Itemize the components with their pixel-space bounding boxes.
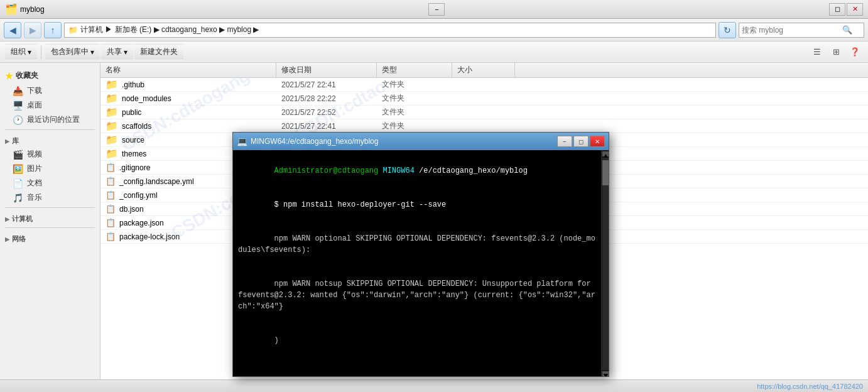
term-cmd: $ npm install hexo-deployer-git --save [274,200,447,209]
file-label: public [122,108,141,117]
up-button[interactable]: ↑ [44,22,62,38]
star-icon: ★ [5,71,13,81]
computer-label: 计算机 [12,214,33,224]
term-warn1: npm WARN optional SKIPPING OPTIONAL DEPE… [238,234,595,254]
terminal-restore-button[interactable]: ◻ [573,136,589,147]
sidebar-item-recent[interactable]: 🕐 最近访问的位置 [0,112,100,127]
file-label: _config.landscape.yml [119,177,194,186]
file-icon: 📋 [106,163,116,172]
new-folder-label: 新建文件夹 [140,46,178,57]
file-label: package-lock.json [119,232,180,241]
file-row[interactable]: 📁 node_modules 2021/5/28 22:22 文件夹 [100,92,868,106]
scrollbar-down[interactable]: ▼ [602,371,609,376]
term-line-5: ) [238,324,596,357]
file-row[interactable]: 📁 scaffolds 2021/5/27 22:41 文件夹 [100,119,868,133]
address-bar: ◀ ▶ ↑ 📁 计算机 ▶ 新加卷 (E:) ▶ cdtaogang_hexo … [0,19,868,41]
pictures-label: 图片 [27,163,42,174]
view-toggle-button[interactable]: ☰ [809,45,825,59]
sidebar: ★ 收藏夹 📥 下载 🖥️ 桌面 🕐 最近访问的位置 ▶ 库 � [0,63,100,379]
close-button[interactable]: ✕ [847,3,863,16]
share-label: 共享 [107,46,122,57]
add-library-arrow: ▾ [90,48,94,57]
sidebar-item-desktop[interactable]: 🖥️ 桌面 [0,98,100,112]
file-date: 2021/5/28 22:22 [276,92,377,105]
computer-header[interactable]: ▶ 计算机 [0,210,100,225]
share-button[interactable]: 共享 ▾ [101,44,133,60]
header-type[interactable]: 类型 [377,63,452,77]
network-label: 网络 [12,234,26,244]
term-dir: /e/cdtaogang_hexo/myblog [415,166,528,175]
file-size [452,92,515,105]
header-date[interactable]: 修改日期 [276,63,377,77]
file-name-public: 📁 public [100,106,276,119]
add-library-label: 包含到库中 [51,46,89,57]
documents-label: 文档 [27,178,42,188]
network-header[interactable]: ▶ 网络 [0,231,100,245]
file-label: package.json [119,219,164,227]
scrollbar-thumb[interactable] [602,160,609,185]
search-box[interactable]: 🔍 [739,23,864,38]
file-row[interactable]: 📁 .github 2021/5/27 22:41 文件夹 [100,78,868,92]
sidebar-item-music[interactable]: 🎵 音乐 [0,190,100,205]
file-icon: 📋 [106,190,116,200]
terminal-scrollbar[interactable]: ▲ ▼ [601,150,609,376]
recent-label: 最近访问的位置 [27,114,80,125]
folder-icon: 📁 [106,92,118,104]
sidebar-item-downloads[interactable]: 📥 下载 [0,84,100,98]
preview-pane-button[interactable]: ⊞ [828,45,844,59]
scrollbar-track [602,158,609,370]
sidebar-divider-3 [5,227,95,228]
network-section: ▶ 网络 [0,231,100,245]
term-line-3: npm WARN optional SKIPPING OPTIONAL DEPE… [238,222,596,267]
library-header[interactable]: ▶ 库 [0,133,100,147]
sidebar-item-video[interactable]: 🎬 视频 [0,147,100,161]
back-button[interactable]: ◀ [4,22,21,38]
file-type: 文件夹 [377,119,452,133]
search-input[interactable] [742,26,842,35]
term-line-6: + hexo-deployer-git@3.0.0 [238,369,596,376]
term-paren: ) [274,336,279,345]
terminal-close-button[interactable]: ✕ [590,136,605,147]
forward-button[interactable]: ▶ [24,22,41,38]
favorites-label: 收藏夹 [16,70,38,81]
downloads-label: 下载 [27,85,42,96]
scrollbar-up[interactable]: ▲ [602,151,609,156]
help-button[interactable]: ❓ [847,45,863,59]
refresh-button[interactable]: ↻ [719,22,736,38]
terminal-body[interactable]: Administrator@cdtaogang MINGW64 /e/cdtao… [233,150,601,376]
window-title: myblog [20,5,45,14]
file-date: 2021/5/27 22:41 [276,78,377,91]
sidebar-divider-2 [5,207,95,208]
status-link: https://blog.csdn.net/qq_41782420 [757,383,863,390]
terminal-inner: Administrator@cdtaogang MINGW64 /e/cdtao… [233,150,609,376]
desktop-label: 桌面 [27,100,42,111]
window-icon: 🗂️ [5,3,18,15]
organize-label: 组织 [11,46,26,57]
term-warn2: npm WARN notsup SKIPPING OPTIONAL DEPEND… [238,280,595,311]
address-path[interactable]: 📁 计算机 ▶ 新加卷 (E:) ▶ cdtaogang_hexo ▶ mybl… [64,23,716,38]
toolbar: 组织 ▾ 包含到库中 ▾ 共享 ▾ 新建文件夹 ☰ ⊞ ❓ [0,41,868,63]
restore-button[interactable]: ◻ [829,3,845,16]
add-library-button[interactable]: 包含到库中 ▾ [45,44,100,60]
file-icon: 📋 [106,218,116,227]
organize-button[interactable]: 组织 ▾ [5,44,37,60]
header-size[interactable]: 大小 [452,63,515,77]
minimize-button[interactable]: − [428,3,445,16]
title-bar: 🗂️ myblog − ◻ ✕ [0,0,868,19]
file-label: scaffolds [122,122,151,131]
header-name[interactable]: 名称 [100,63,276,77]
folder-icon: 📁 [106,148,118,160]
favorites-header[interactable]: ★ 收藏夹 [0,68,100,84]
sidebar-item-documents[interactable]: 📄 文档 [0,176,100,190]
terminal-minimize-button[interactable]: − [557,136,572,147]
file-name-node-modules: 📁 node_modules [100,92,276,105]
file-row[interactable]: 📁 public 2021/5/27 22:52 文件夹 [100,106,868,119]
terminal-window: 💻 MINGW64:/e/cdtaogang_hexo/myblog − ◻ ✕… [232,132,609,377]
file-date: 2021/5/27 22:41 [276,119,377,133]
new-folder-button[interactable]: 新建文件夹 [134,44,183,60]
music-icon: 🎵 [13,193,23,203]
status-bar: https://blog.csdn.net/qq_41782420 [0,379,868,392]
sidebar-item-pictures[interactable]: 🖼️ 图片 [0,161,100,176]
file-date: 2021/5/27 22:52 [276,106,377,119]
file-type: 文件夹 [377,106,452,119]
